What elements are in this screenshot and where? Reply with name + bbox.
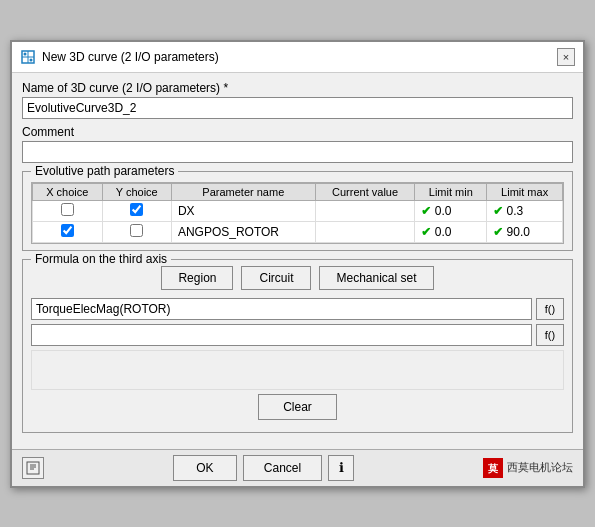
check-icon: ✔: [493, 204, 503, 218]
ok-button[interactable]: OK: [173, 455, 237, 481]
circuit-button[interactable]: Circuit: [241, 266, 311, 290]
info-button[interactable]: ℹ: [328, 455, 354, 481]
formula-button-row: Region Circuit Mechanical set: [31, 266, 564, 290]
row2-xchoice-checkbox[interactable]: [61, 224, 74, 237]
logo-icon: 莫: [483, 458, 503, 478]
row1-xchoice-checkbox[interactable]: [61, 203, 74, 216]
col-paramname: Parameter name: [171, 183, 315, 200]
svg-point-4: [30, 58, 33, 61]
clear-button[interactable]: Clear: [258, 394, 337, 420]
main-window: New 3D curve (2 I/O parameters) × Name o…: [10, 40, 585, 488]
window-title: New 3D curve (2 I/O parameters): [42, 50, 219, 64]
window-icon: [20, 49, 36, 65]
check-icon: ✔: [493, 225, 503, 239]
row2-limitmax: ✔ 90.0: [487, 221, 563, 242]
row2-ychoice-cell: [102, 221, 171, 242]
formula1-row: f(): [31, 298, 564, 320]
help-icon-button[interactable]: [22, 457, 44, 479]
row2-xchoice-cell: [33, 221, 103, 242]
title-bar-left: New 3D curve (2 I/O parameters): [20, 49, 219, 65]
check-icon: ✔: [421, 204, 431, 218]
name-input[interactable]: [22, 97, 573, 119]
formula-group-title: Formula on the third axis: [31, 252, 171, 266]
col-ychoice: Y choice: [102, 183, 171, 200]
name-label: Name of 3D curve (2 I/O parameters) *: [22, 81, 573, 95]
col-currentval: Current value: [315, 183, 415, 200]
clear-row: Clear: [31, 394, 564, 420]
row1-limitmax: ✔ 0.3: [487, 200, 563, 221]
bottom-left: [22, 457, 44, 479]
row2-currentval: [315, 221, 415, 242]
cancel-button[interactable]: Cancel: [243, 455, 322, 481]
evolutive-group-title: Evolutive path parameters: [31, 164, 178, 178]
formula1-f-button[interactable]: f(): [536, 298, 564, 320]
bottom-center: OK Cancel ℹ: [173, 455, 354, 481]
bottom-right: 莫 西莫电机论坛: [483, 458, 573, 478]
formula1-input[interactable]: [31, 298, 532, 320]
params-table-container: X choice Y choice Parameter name Current…: [31, 182, 564, 244]
svg-point-3: [24, 52, 27, 55]
row1-paramname: DX: [171, 200, 315, 221]
row1-ychoice-cell: [102, 200, 171, 221]
col-limitmax: Limit max: [487, 183, 563, 200]
region-button[interactable]: Region: [161, 266, 233, 290]
row2-paramname: ANGPOS_ROTOR: [171, 221, 315, 242]
comment-label: Comment: [22, 125, 573, 139]
evolutive-group: Evolutive path parameters X choice Y cho…: [22, 171, 573, 251]
content-area: Name of 3D curve (2 I/O parameters) * Co…: [12, 73, 583, 449]
check-icon: ✔: [421, 225, 431, 239]
row2-ychoice-checkbox[interactable]: [130, 224, 143, 237]
formula2-input[interactable]: [31, 324, 532, 346]
row2-limitmin: ✔ 0.0: [415, 221, 487, 242]
bottom-bar: OK Cancel ℹ 莫 西莫电机论坛: [12, 449, 583, 486]
mechanical-set-button[interactable]: Mechanical set: [319, 266, 433, 290]
title-bar: New 3D curve (2 I/O parameters) ×: [12, 42, 583, 73]
row1-currentval: [315, 200, 415, 221]
svg-text:莫: 莫: [488, 463, 499, 474]
row1-ychoice-checkbox[interactable]: [130, 203, 143, 216]
svg-rect-5: [27, 462, 39, 474]
close-button[interactable]: ×: [557, 48, 575, 66]
comment-input[interactable]: [22, 141, 573, 163]
table-row: ANGPOS_ROTOR ✔ 0.0 ✔ 90.0: [33, 221, 563, 242]
formula2-f-button[interactable]: f(): [536, 324, 564, 346]
formula-area: [31, 350, 564, 390]
logo-text: 西莫电机论坛: [507, 460, 573, 475]
col-xchoice: X choice: [33, 183, 103, 200]
col-limitmin: Limit min: [415, 183, 487, 200]
book-icon: [25, 460, 41, 476]
formula2-row: f(): [31, 324, 564, 346]
params-table: X choice Y choice Parameter name Current…: [32, 183, 563, 243]
table-row: DX ✔ 0.0 ✔ 0.3: [33, 200, 563, 221]
row1-xchoice-cell: [33, 200, 103, 221]
row1-limitmin: ✔ 0.0: [415, 200, 487, 221]
formula-group: Formula on the third axis Region Circuit…: [22, 259, 573, 433]
